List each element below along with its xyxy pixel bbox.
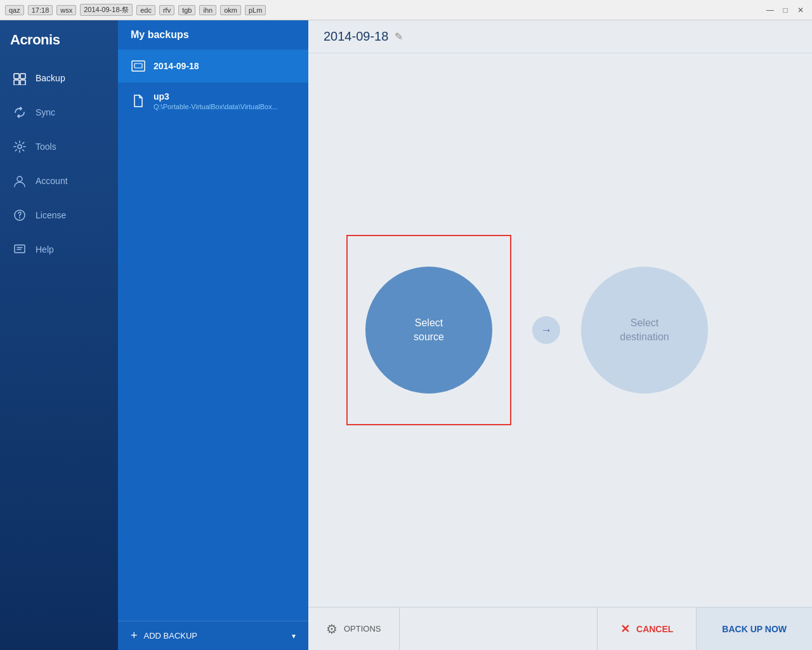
add-backup-button[interactable]: + ADD BACKUP ▾ [118, 621, 308, 650]
svg-rect-11 [132, 61, 145, 71]
sidebar-item-help[interactable]: Help [0, 232, 118, 267]
titlebar: qaz 17:18 wsx 2014-09-18-祭 edc rfv tgb i… [0, 0, 812, 20]
svg-rect-3 [20, 80, 25, 85]
backup-name-1: 2014-09-18 [154, 61, 199, 71]
svg-rect-12 [134, 63, 142, 68]
tag-plm: pLm [245, 5, 266, 15]
cancel-label: CANCEL [636, 624, 673, 634]
sidebar-account-label: Account [36, 176, 68, 186]
help-icon [13, 242, 27, 256]
main-title: 2014-09-18 [324, 29, 388, 44]
source-label: Selectsource [414, 316, 444, 345]
toolbar-spacer [400, 607, 598, 650]
sidebar-item-account[interactable]: Account [0, 164, 118, 198]
tag-ihn: ihn [199, 5, 216, 15]
tools-icon [13, 140, 27, 154]
destination-label: Selectdestination [620, 316, 669, 345]
app-body: Acronis Backup [0, 20, 812, 650]
svg-point-5 [17, 176, 22, 182]
gear-icon: ⚙ [326, 621, 337, 637]
tag-edc: edc [136, 5, 155, 15]
main-header: 2014-09-18 ✎ [308, 20, 812, 53]
sidebar-item-license[interactable]: License [0, 198, 118, 232]
sidebar-item-backup[interactable]: Backup [0, 61, 118, 95]
sidebar: Acronis Backup [0, 20, 118, 650]
sync-icon [13, 105, 27, 119]
svg-point-4 [18, 145, 22, 149]
backup-list: 2014-09-18 up3 Q:\Portable-VirtualBox\da… [118, 50, 308, 621]
backup-name-2: up3 [154, 91, 278, 102]
arrow-connector: → [530, 316, 562, 344]
app-logo: Acronis [0, 20, 118, 61]
maximize-button[interactable]: □ [779, 4, 792, 17]
backup-workspace: Selectsource → Selectdestination [308, 53, 812, 607]
main-content: 2014-09-18 ✎ Selectsource → Selectdestin… [308, 20, 812, 650]
svg-rect-8 [15, 245, 25, 253]
backup-label: BACK UP NOW [722, 624, 787, 634]
cancel-button[interactable]: ✕ CANCEL [597, 607, 697, 650]
arrow-label: → [540, 324, 552, 337]
source-card[interactable]: Selectsource [346, 235, 511, 425]
sidebar-nav: Backup Sync [0, 61, 118, 650]
svg-rect-1 [20, 74, 25, 79]
titlebar-controls: — □ ✕ [764, 4, 807, 17]
options-label: OPTIONS [344, 624, 381, 633]
backup-item-2[interactable]: up3 Q:\Portable-VirtualBox\data\VirtualB… [118, 83, 308, 119]
close-button[interactable]: ✕ [794, 4, 807, 17]
sidebar-license-label: License [36, 210, 66, 220]
add-backup-label: ADD BACKUP [144, 631, 198, 640]
edit-icon[interactable]: ✎ [395, 30, 403, 43]
select-source-button[interactable]: Selectsource [365, 267, 492, 394]
tag-okm: okm [220, 5, 241, 15]
sidebar-backup-label: Backup [36, 73, 65, 83]
chevron-down-icon: ▾ [292, 632, 296, 640]
tag-rfv: rfv [159, 5, 174, 15]
tag-wsx: wsx [56, 5, 76, 15]
license-icon [13, 208, 27, 222]
tag-qaz: qaz [5, 5, 24, 15]
arrow-icon: → [532, 316, 560, 344]
select-destination-button[interactable]: Selectdestination [581, 267, 708, 394]
bottom-toolbar: ⚙ OPTIONS ✕ CANCEL BACK UP NOW [308, 607, 812, 650]
backup-panel: My backups 2014-09-18 [118, 20, 308, 650]
account-icon [13, 174, 27, 188]
svg-rect-2 [14, 80, 19, 85]
sidebar-item-sync[interactable]: Sync [0, 95, 118, 129]
tag-date: 2014-09-18-祭 [80, 4, 133, 16]
sidebar-sync-label: Sync [36, 107, 55, 117]
tag-tgb: tgb [178, 5, 195, 15]
plus-icon: + [131, 629, 138, 642]
options-button[interactable]: ⚙ OPTIONS [308, 607, 400, 650]
titlebar-left: qaz 17:18 wsx 2014-09-18-祭 edc rfv tgb i… [5, 4, 266, 16]
backup-icon [13, 71, 27, 85]
sidebar-help-label: Help [36, 244, 54, 255]
backup-panel-header: My backups [118, 20, 308, 50]
file-icon [131, 93, 146, 109]
disk-icon [131, 58, 146, 74]
backup-item-1[interactable]: 2014-09-18 [118, 50, 308, 83]
cancel-icon: ✕ [620, 622, 630, 636]
sidebar-tools-label: Tools [36, 142, 56, 152]
backup-path-2: Q:\Portable-VirtualBox\data\VirtualBox..… [154, 103, 278, 110]
back-up-now-button[interactable]: BACK UP NOW [697, 607, 812, 650]
tag-time: 17:18 [28, 5, 53, 15]
svg-rect-0 [14, 74, 19, 79]
minimize-button[interactable]: — [764, 4, 776, 17]
sidebar-item-tools[interactable]: Tools [0, 129, 118, 164]
svg-point-7 [19, 217, 20, 218]
